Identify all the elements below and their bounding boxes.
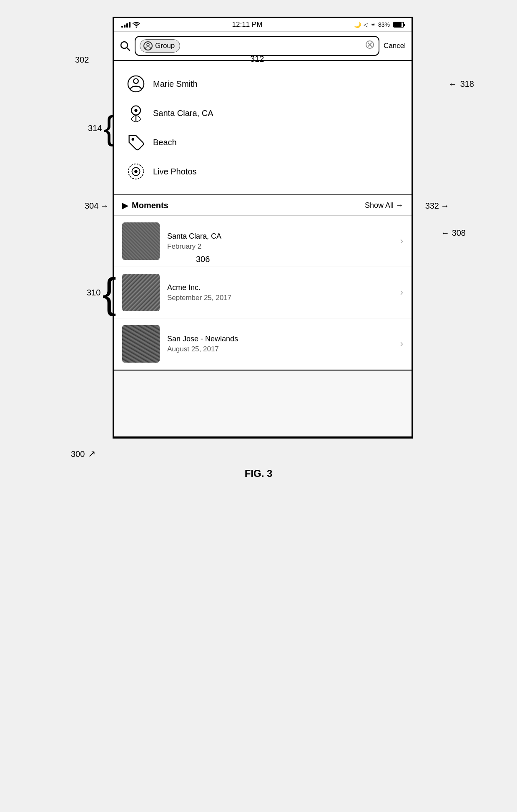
annotation-300: 300 — [71, 449, 85, 459]
chevron-right-icon-1: › — [400, 236, 403, 247]
moments-title: Moments — [132, 201, 168, 210]
person-icon — [126, 74, 146, 93]
suggestions-section: Marie Smith ← 318 — [114, 61, 412, 195]
chevron-right-icon-2: › — [400, 287, 403, 298]
bluetooth-icon: ✴ — [371, 21, 376, 28]
search-icon — [120, 40, 131, 51]
moments-header: ▶ Moments Show All → — [114, 195, 412, 216]
group-person-icon — [143, 41, 153, 50]
phone-frame: 12:11 PM 🌙 ◁ ✴ 83% — [113, 17, 413, 439]
group-filter-pill[interactable]: Group — [140, 39, 180, 53]
svg-point-12 — [132, 138, 134, 141]
annotation-306: 306 — [196, 255, 210, 264]
svg-point-0 — [136, 26, 137, 28]
moment-date-3: August 25, 2017 — [167, 345, 393, 353]
location-status-icon: ◁ — [364, 21, 368, 28]
moment-thumb-image-3 — [122, 325, 160, 363]
group-pill-label: Group — [155, 42, 175, 50]
location-label: Santa Clara, CA — [153, 108, 213, 118]
annotation-310-group: 310 { — [87, 216, 116, 370]
status-time: 12:11 PM — [232, 20, 263, 29]
moment-date-2: September 25, 2017 — [167, 294, 393, 302]
moment-date-1: February 2 — [167, 242, 393, 251]
annotation-312: 312 — [250, 54, 264, 64]
moments-list: Santa Clara, CA February 2 › ← 308 Acme … — [114, 216, 412, 371]
show-all-button[interactable]: Show All → — [365, 201, 403, 210]
moment-location-2: Acme Inc. — [167, 283, 393, 292]
empty-bottom-section — [114, 371, 412, 437]
clear-search-button[interactable] — [365, 40, 374, 52]
moon-icon: 🌙 — [354, 21, 361, 28]
fig-caption: FIG. 3 — [245, 468, 273, 479]
live-photos-icon — [126, 162, 146, 181]
moment-info-3: San Jose - Newlands August 25, 2017 — [167, 335, 393, 353]
chevron-right-icon-3: › — [400, 338, 403, 349]
status-left — [121, 22, 141, 28]
svg-point-15 — [134, 170, 138, 173]
svg-line-2 — [127, 48, 130, 50]
moment-thumbnail-3 — [122, 325, 160, 363]
signal-bars-icon — [121, 22, 131, 28]
moment-thumb-image-1 — [122, 222, 160, 260]
annotation-314-group: 314 { — [88, 61, 115, 195]
status-bar: 12:11 PM 🌙 ◁ ✴ 83% — [114, 18, 412, 32]
moment-info-1: Santa Clara, CA February 2 — [167, 232, 393, 251]
suggestion-location[interactable]: Santa Clara, CA — [126, 98, 399, 128]
cancel-button[interactable]: Cancel — [384, 42, 406, 50]
suggestion-tag[interactable]: Beach — [126, 128, 399, 157]
annotation-318-group: ← 318 — [449, 79, 474, 89]
tag-icon — [126, 133, 146, 152]
search-input[interactable]: Group — [135, 36, 379, 56]
annotation-304-group: 304 → — [85, 201, 108, 211]
moment-info-2: Acme Inc. September 25, 2017 — [167, 283, 393, 302]
live-photos-label: Live Photos — [153, 167, 197, 177]
tag-label: Beach — [153, 138, 177, 147]
moment-thumb-image-2 — [122, 274, 160, 311]
annotation-302: 302 — [75, 55, 89, 65]
battery-icon — [393, 22, 404, 28]
moment-item-3[interactable]: San Jose - Newlands August 25, 2017 › — [114, 318, 412, 370]
moment-item-1[interactable]: Santa Clara, CA February 2 › ← 308 — [114, 216, 412, 267]
battery-percentage: 83% — [378, 21, 390, 28]
location-pin-icon — [126, 103, 146, 123]
moment-thumbnail-1 — [122, 222, 160, 260]
status-right: 🌙 ◁ ✴ 83% — [354, 21, 404, 28]
suggestion-live-photos[interactable]: Live Photos — [126, 157, 399, 186]
wifi-icon — [132, 22, 141, 28]
annotation-308: ← 308 — [441, 228, 466, 238]
person-name-label: Marie Smith — [153, 79, 198, 89]
annotation-300-group: 300 ↗ — [71, 449, 446, 459]
svg-point-10 — [134, 109, 137, 112]
moment-location-3: San Jose - Newlands — [167, 335, 393, 343]
arrow-300-icon: ↗ — [88, 449, 95, 459]
moment-location-1: Santa Clara, CA — [167, 232, 393, 241]
svg-point-8 — [133, 79, 138, 83]
annotation-332-group: 332 → — [425, 201, 449, 211]
moment-item-2[interactable]: Acme Inc. September 25, 2017 › — [114, 267, 412, 318]
moment-thumbnail-2 — [122, 274, 160, 311]
svg-point-3 — [147, 43, 149, 46]
suggestion-person[interactable]: Marie Smith ← 318 — [126, 69, 399, 98]
